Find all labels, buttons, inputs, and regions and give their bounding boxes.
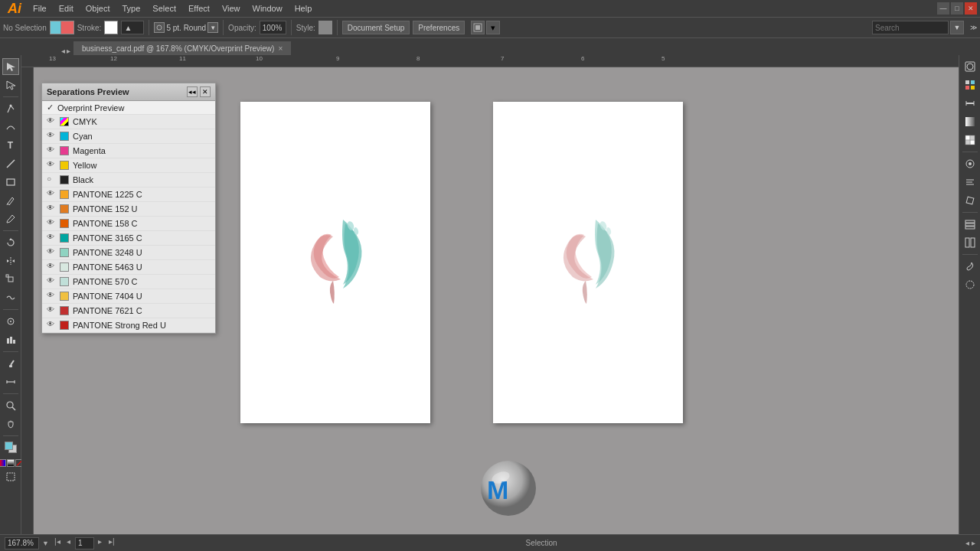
sep-color-row-3[interactable]: 👁Yellow: [42, 158, 215, 173]
eye-icon-0[interactable]: 👁: [47, 116, 57, 127]
column-graph-tool[interactable]: [2, 331, 19, 348]
transparency-panel-btn[interactable]: [962, 132, 978, 148]
next-page-btn[interactable]: ▸: [95, 537, 106, 549]
scale-tool[interactable]: [2, 271, 19, 288]
panel-close-btn[interactable]: ✕: [200, 86, 211, 97]
maximize-button[interactable]: □: [951, 2, 963, 15]
minimize-button[interactable]: —: [937, 2, 949, 15]
hand-tool[interactable]: [2, 416, 19, 432]
eye-icon-1[interactable]: 👁: [47, 131, 57, 142]
sep-color-row-0[interactable]: 👁CMYK: [42, 115, 215, 129]
menu-type[interactable]: Type: [117, 2, 146, 15]
eye-icon-9[interactable]: 👁: [47, 247, 57, 258]
menu-edit[interactable]: Edit: [54, 2, 79, 15]
artboards-panel-btn[interactable]: [962, 234, 978, 251]
panel-collapse-btn[interactable]: ◂◂: [187, 86, 198, 97]
screen-mode-btn[interactable]: [471, 21, 485, 34]
overprint-row[interactable]: ✓ Overprint Preview: [42, 101, 215, 115]
document-setup-button[interactable]: Document Setup: [342, 21, 410, 34]
direct-select-tool[interactable]: [2, 77, 19, 93]
eye-icon-11[interactable]: 👁: [47, 276, 57, 287]
type-tool[interactable]: T: [2, 137, 19, 154]
sep-color-row-5[interactable]: 👁PANTONE 1225 C: [42, 187, 215, 202]
rotate-tool[interactable]: [2, 234, 19, 251]
eye-icon-10[interactable]: 👁: [47, 262, 57, 272]
last-page-btn[interactable]: ▸|: [106, 537, 117, 549]
zoom-down[interactable]: ▼: [42, 540, 49, 547]
brushes-panel-btn[interactable]: [962, 258, 978, 275]
tab-close-button[interactable]: ×: [278, 44, 283, 53]
close-button[interactable]: ✕: [965, 2, 977, 15]
panel-header[interactable]: Separations Preview ◂◂ ✕: [42, 83, 215, 101]
stroke-panel-btn[interactable]: [962, 95, 978, 112]
prev-page-btn[interactable]: ◂: [64, 537, 74, 549]
eye-icon-5[interactable]: 👁: [47, 189, 57, 200]
eye-icon-2[interactable]: 👁: [47, 145, 57, 156]
gradient-panel-btn[interactable]: [962, 113, 978, 130]
layers-panel-btn[interactable]: [962, 216, 978, 233]
align-panel-btn[interactable]: [962, 174, 978, 191]
sep-color-row-6[interactable]: 👁PANTONE 152 U: [42, 202, 215, 217]
sep-color-row-10[interactable]: 👁PANTONE 5463 U: [42, 260, 215, 275]
sep-color-row-2[interactable]: 👁Magenta: [42, 144, 215, 158]
eye-icon-4[interactable]: ○: [47, 174, 57, 185]
reflect-tool[interactable]: [2, 253, 19, 269]
eye-icon-8[interactable]: 👁: [47, 233, 57, 243]
active-tab[interactable]: business_card.pdf @ 167.8% (CMYK/Overpri…: [74, 41, 291, 55]
menu-select[interactable]: Select: [147, 2, 181, 15]
zoom-tool[interactable]: [2, 397, 19, 414]
opacity-input[interactable]: [260, 21, 286, 34]
select-tool[interactable]: [2, 58, 19, 75]
first-page-btn[interactable]: |◂: [52, 537, 63, 549]
symbol-tool[interactable]: [2, 313, 19, 330]
tab-next[interactable]: ▸: [67, 47, 70, 55]
panels-toggle[interactable]: ≫: [970, 24, 977, 31]
eye-icon-12[interactable]: 👁: [47, 291, 57, 302]
menu-file[interactable]: File: [28, 2, 52, 15]
line-tool[interactable]: [2, 155, 19, 172]
essentials-btn[interactable]: ▼: [950, 21, 964, 34]
search-input[interactable]: [872, 21, 949, 34]
eye-icon-7[interactable]: 👁: [47, 218, 57, 229]
stroke-swatch[interactable]: [60, 21, 74, 34]
sep-color-row-7[interactable]: 👁PANTONE 158 C: [42, 217, 215, 231]
style-swatch[interactable]: [318, 21, 332, 34]
sep-color-row-11[interactable]: 👁PANTONE 570 C: [42, 275, 215, 289]
eyedropper-tool[interactable]: [2, 355, 19, 372]
arrange-btn[interactable]: ▾: [486, 21, 500, 34]
sep-color-row-14[interactable]: 👁PANTONE Strong Red U: [42, 318, 215, 333]
color-panel-btn[interactable]: [962, 58, 978, 75]
preferences-button[interactable]: Preferences: [413, 21, 465, 34]
swatches-btn[interactable]: [962, 77, 978, 93]
gradient-mode-btn[interactable]: [7, 459, 15, 467]
eye-icon-3[interactable]: 👁: [47, 160, 57, 171]
sep-color-row-1[interactable]: 👁Cyan: [42, 129, 215, 144]
color-mode-btn[interactable]: [0, 459, 6, 467]
pencil-tool[interactable]: [2, 192, 19, 209]
sep-color-row-4[interactable]: ○Black: [42, 173, 215, 187]
sep-color-row-8[interactable]: 👁PANTONE 3165 C: [42, 231, 215, 246]
rect-tool[interactable]: [2, 174, 19, 191]
symbols-panel-btn[interactable]: [962, 276, 978, 293]
page-input[interactable]: [75, 537, 94, 549]
warp-tool[interactable]: [2, 289, 19, 306]
fill-stroke-widget[interactable]: [2, 439, 19, 456]
eye-icon-6[interactable]: 👁: [47, 204, 57, 214]
tab-prev[interactable]: ◂: [61, 47, 65, 55]
sep-color-row-9[interactable]: 👁PANTONE 3248 U: [42, 246, 215, 260]
menu-help[interactable]: Help: [289, 2, 318, 15]
pen-tool[interactable]: [2, 100, 19, 117]
menu-view[interactable]: View: [217, 2, 246, 15]
menu-window[interactable]: Window: [247, 2, 288, 15]
sep-color-row-13[interactable]: 👁PANTONE 7621 C: [42, 304, 215, 318]
measure-tool[interactable]: [2, 373, 19, 390]
stroke-up-btn[interactable]: [121, 21, 144, 34]
curvature-tool[interactable]: [2, 119, 19, 135]
appearance-panel-btn[interactable]: [962, 155, 978, 172]
transform-panel-btn[interactable]: [962, 192, 978, 209]
brush-tool[interactable]: [2, 210, 19, 227]
menu-effect[interactable]: Effect: [183, 2, 215, 15]
menu-object[interactable]: Object: [80, 2, 116, 15]
artboard-tool[interactable]: [2, 468, 19, 485]
eye-icon-13[interactable]: 👁: [47, 305, 57, 316]
